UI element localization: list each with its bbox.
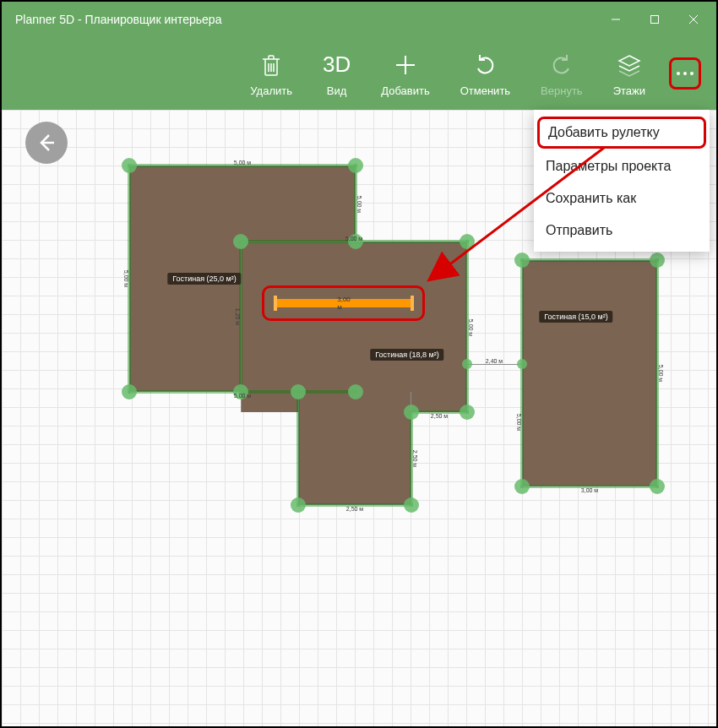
ruler-handle-right[interactable] [411, 296, 414, 311]
system-buttons [596, 2, 713, 37]
view-label: Вид [327, 84, 347, 97]
arrow-left-icon [35, 132, 57, 154]
corner-node[interactable] [233, 234, 248, 249]
dim-r2-ll: 2,50 м [412, 450, 418, 467]
more-button[interactable] [669, 57, 701, 90]
maximize-icon [650, 14, 660, 24]
room-3-label: Гостиная (15,0 м²) [539, 311, 612, 323]
dim-r2-right: 5,00 м [468, 319, 474, 336]
toolbar: Удалить 3D Вид Добавить Отменить Вернуть… [2, 37, 716, 110]
corner-node[interactable] [460, 405, 475, 420]
view-3d-icon: 3D [323, 51, 351, 79]
plus-icon [394, 51, 417, 79]
svg-point-6 [677, 72, 680, 75]
maximize-button[interactable] [635, 2, 674, 37]
dots-icon [676, 71, 694, 76]
svg-point-7 [683, 72, 687, 75]
add-button[interactable]: Добавить [366, 37, 444, 110]
undo-label: Отменить [460, 84, 510, 97]
room-1-label: Гостиная (25,0 м²) [167, 273, 241, 285]
window-title: Planner 5D - Планировщик интерьера [15, 13, 221, 26]
titlebar: Planner 5D - Планировщик интерьера [2, 2, 716, 37]
selection-edge[interactable] [296, 392, 300, 507]
selection-edge[interactable] [520, 258, 659, 262]
minimize-button[interactable] [596, 2, 635, 37]
dim-r3-right: 5,00 м [658, 365, 664, 382]
redo-label: Вернуть [541, 84, 583, 97]
corner-node[interactable] [514, 253, 530, 268]
add-label: Добавить [381, 84, 429, 97]
back-button[interactable] [25, 122, 68, 164]
dim-r3-bottom: 3,00 м [581, 487, 598, 493]
delete-button[interactable]: Удалить [235, 37, 307, 110]
corner-node[interactable] [291, 497, 306, 513]
floors-button[interactable]: Этажи [598, 37, 661, 110]
dim-r2-top: 5,00 м [345, 236, 362, 242]
dim-r1-left: 5,00 м [123, 270, 129, 287]
dim-r1-right: 5,00 м [356, 196, 362, 213]
floors-label: Этажи [613, 84, 645, 97]
corner-node[interactable] [404, 497, 419, 513]
corner-node[interactable] [348, 384, 363, 399]
undo-button[interactable]: Отменить [445, 37, 525, 110]
undo-icon [473, 51, 497, 79]
menu-add-ruler[interactable]: Добавить рулетку [537, 117, 706, 149]
room-2b[interactable] [298, 392, 411, 505]
corner-node[interactable] [462, 359, 472, 369]
more-menu: Добавить рулетку Параметры проекта Сохра… [534, 110, 710, 252]
selection-edge[interactable] [520, 258, 524, 488]
menu-save-as[interactable]: Сохранить как [534, 182, 710, 215]
more-button-wrap [661, 57, 710, 90]
dim-r2-bottom: 2,50 м [346, 506, 363, 512]
corner-node[interactable] [517, 359, 527, 369]
close-icon [688, 14, 699, 24]
corner-node[interactable] [122, 158, 137, 173]
corner-node[interactable] [460, 234, 475, 249]
dim-r3-left: 5,00 м [516, 414, 522, 431]
delete-label: Удалить [250, 84, 292, 97]
svg-point-8 [690, 72, 694, 75]
view-button[interactable]: 3D Вид [307, 37, 366, 110]
menu-project-settings[interactable]: Параметры проекта [534, 150, 710, 182]
corner-node[interactable] [404, 405, 419, 420]
corner-node[interactable] [122, 384, 137, 399]
corner-node[interactable] [348, 158, 363, 173]
dim-r3-top: 2,40 м [486, 358, 503, 364]
ruler-value: 3,00 м [337, 296, 351, 311]
dim-r1-top: 5,00 м [234, 160, 251, 166]
room-3[interactable] [522, 260, 657, 486]
redo-icon [550, 51, 574, 79]
corner-node[interactable] [650, 479, 665, 494]
layers-icon [617, 51, 642, 79]
menu-send[interactable]: Отправить [534, 215, 710, 247]
corner-node[interactable] [514, 479, 530, 494]
minimize-icon [611, 14, 621, 24]
dim-r1-bottom: 5,00 м [234, 393, 251, 399]
dim-r2-br: 2,50 м [431, 413, 448, 419]
svg-rect-1 [651, 16, 659, 24]
ruler-handle-left[interactable] [274, 296, 277, 311]
corner-node[interactable] [650, 253, 665, 268]
trash-icon [260, 51, 282, 79]
corner-node[interactable] [291, 384, 306, 399]
room-2-label: Гостиная (18,8 м²) [370, 349, 443, 361]
wall-connector [467, 364, 522, 365]
close-button[interactable] [674, 2, 713, 37]
dim-r2-lu: 1,25 м [235, 308, 241, 325]
redo-button[interactable]: Вернуть [525, 37, 598, 110]
